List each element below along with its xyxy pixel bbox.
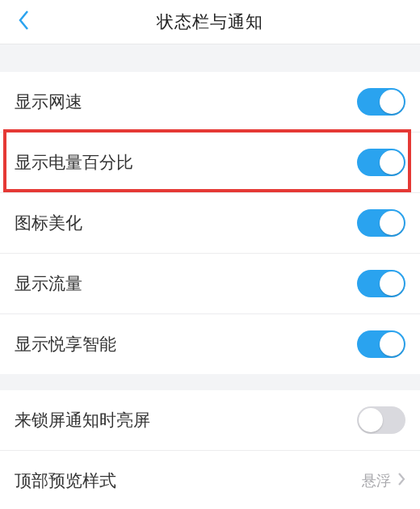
row-show-battery-percent: 显示电量百分比	[0, 133, 420, 193]
toggle-show-battery-percent[interactable]	[357, 149, 405, 176]
chevron-left-icon	[18, 10, 31, 34]
settings-list-2: 来锁屏通知时亮屏 顶部预览样式 悬浮	[0, 390, 420, 509]
toggle-show-yuexiang[interactable]	[357, 330, 405, 358]
row-show-yuexiang: 显示悦享智能	[0, 314, 420, 374]
row-value: 悬浮	[362, 471, 391, 490]
toggle-icon-beautify[interactable]	[357, 209, 405, 237]
row-label: 来锁屏通知时亮屏	[15, 410, 357, 430]
row-label: 显示流量	[15, 273, 357, 293]
row-label: 显示悦享智能	[15, 334, 357, 354]
row-label: 顶部预览样式	[15, 470, 362, 490]
row-top-preview-style[interactable]: 顶部预览样式 悬浮	[0, 451, 420, 509]
row-wake-on-lock-notify: 来锁屏通知时亮屏	[0, 390, 420, 451]
row-icon-beautify: 图标美化	[0, 193, 420, 254]
toggle-wake-on-lock-notify[interactable]	[357, 406, 405, 434]
chevron-right-icon	[397, 472, 405, 490]
settings-list: 显示网速 显示电量百分比 图标美化 显示流量 显示悦享智能	[0, 72, 420, 374]
page-title: 状态栏与通知	[157, 11, 263, 33]
row-show-netspeed: 显示网速	[0, 72, 420, 133]
row-show-traffic: 显示流量	[0, 254, 420, 314]
toggle-show-traffic[interactable]	[357, 270, 405, 297]
toggle-show-netspeed[interactable]	[357, 88, 405, 116]
row-label: 图标美化	[15, 212, 357, 233]
navbar: 状态栏与通知	[0, 0, 420, 44]
row-label: 显示网速	[15, 91, 357, 111]
back-button[interactable]	[6, 0, 42, 44]
row-label: 显示电量百分比	[15, 152, 357, 172]
